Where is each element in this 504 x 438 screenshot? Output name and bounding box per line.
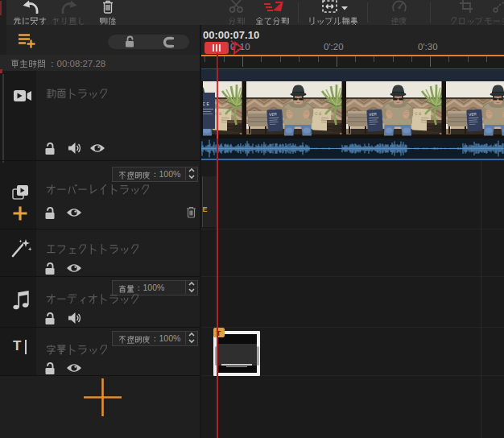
svg-text:C E: C E: [203, 101, 210, 106]
